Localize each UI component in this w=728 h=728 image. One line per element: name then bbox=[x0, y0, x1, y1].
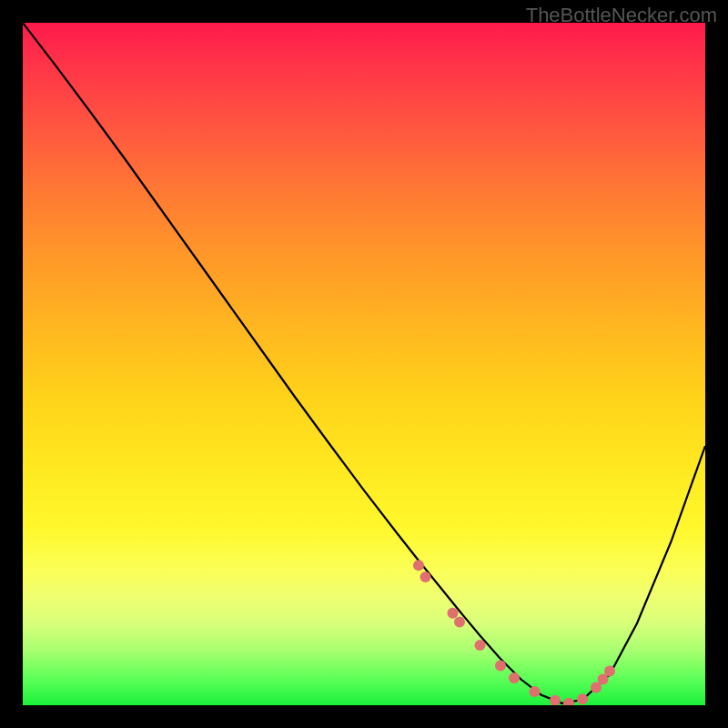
marker-dot bbox=[604, 666, 615, 677]
marker-dot bbox=[563, 698, 574, 705]
marker-dot bbox=[454, 617, 465, 628]
marker-dot bbox=[495, 661, 506, 672]
curve-path bbox=[23, 23, 705, 703]
bottleneck-curve bbox=[23, 23, 705, 703]
plot-area bbox=[23, 23, 705, 705]
marker-dot bbox=[530, 686, 541, 697]
transition-markers bbox=[413, 560, 615, 705]
marker-dot bbox=[577, 693, 588, 704]
marker-dot bbox=[475, 640, 486, 651]
marker-dot bbox=[509, 672, 520, 683]
watermark-text: TheBottleNecker.com bbox=[526, 4, 717, 27]
chart-svg bbox=[23, 23, 705, 705]
marker-dot bbox=[550, 695, 561, 705]
marker-dot bbox=[413, 560, 424, 571]
marker-dot bbox=[420, 571, 431, 582]
marker-dot bbox=[448, 608, 459, 619]
